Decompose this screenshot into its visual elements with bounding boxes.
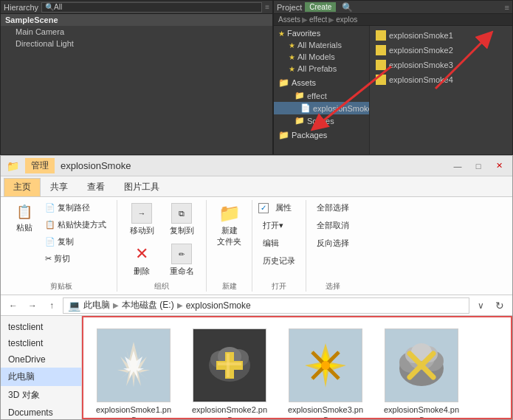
minimize-button[interactable]: — (450, 160, 465, 172)
explosion-svg-4 (392, 336, 451, 395)
paste-shortcut-label: 粘贴快捷方式 (58, 219, 106, 230)
breadcrumb: Assets ▶ effect ▶ explos (274, 14, 512, 26)
select-all-button[interactable]: 全部选择 (312, 200, 354, 216)
properties-check[interactable]: ✓ (258, 203, 269, 213)
path-pc: 此电脑 (83, 299, 110, 311)
forward-button[interactable]: → (24, 297, 41, 314)
paste-shortcut-button[interactable]: 📋 粘贴快捷方式 (41, 217, 111, 233)
organize-group: → 移动到 ⧉ 复制到 ✕ 删除 (117, 200, 207, 292)
open-button[interactable]: 打开▾ (258, 218, 300, 233)
clipboard-group: 📋 粘贴 📄 复制路径 📋 粘贴快捷方式 📄 复制 (5, 200, 117, 292)
rename-button[interactable]: ✏ 重命名 (163, 241, 200, 280)
open-content: ✓ 属性 打开▾ 编辑 历史记录 (258, 200, 300, 280)
path-disk: 本地磁盘 (E:) (122, 299, 174, 311)
effect-folder[interactable]: 📁 effect (274, 89, 369, 102)
refresh-button[interactable]: ↻ (492, 297, 508, 314)
explosion-smoke-folder[interactable]: 📄 explosionSmoke (274, 102, 369, 114)
new-folder-button[interactable]: 📁 新建 文件夹 (213, 200, 246, 250)
file-item-4[interactable]: explosionSmoke4.png (377, 323, 466, 419)
search-input[interactable] (54, 3, 258, 11)
path-arrow-1: ▶ (113, 301, 119, 309)
dropdown-button[interactable]: ∨ (472, 297, 489, 314)
sidebar-this-pc[interactable]: 此电脑 (1, 368, 81, 386)
open-items: ✓ 属性 打开▾ 编辑 历史记录 (258, 200, 300, 269)
maximize-button[interactable]: □ (471, 160, 486, 172)
history-button[interactable]: 历史记录 (258, 253, 300, 269)
tree-item-camera[interactable]: Main Camera (1, 26, 272, 38)
tab-picture-tools[interactable]: 图片工具 (114, 178, 169, 196)
unity-hierarchy-panel: Hierarchy 🔍 ≡ SampleScene Main Camera Di… (0, 0, 273, 155)
search-icon[interactable]: 🔍 (342, 2, 353, 13)
packages-folder[interactable]: 📁 Packages (274, 128, 369, 142)
file-name-2: explosionSmoke2.png (190, 405, 269, 419)
asset-3[interactable]: explosionSmoke3 (373, 58, 509, 72)
copy-path-button[interactable]: 📄 复制路径 (41, 200, 111, 216)
sidebar-testclient-1[interactable]: testclient (1, 319, 81, 335)
tab-home[interactable]: 主页 (4, 178, 41, 196)
hierarchy-search[interactable]: 🔍 (41, 2, 262, 13)
project-assets: explosionSmoke1 explosionSmoke2 explosio… (370, 26, 512, 154)
delete-button[interactable]: ✕ 删除 (123, 241, 160, 280)
path-arrow-2: ▶ (177, 301, 183, 309)
invert-selection-button[interactable]: 反向选择 (312, 235, 354, 251)
copy-path-icon: 📄 (45, 203, 55, 213)
tab-share[interactable]: 共享 (41, 178, 78, 196)
cut-button[interactable]: ✂ 剪切 (41, 251, 111, 266)
tab-view[interactable]: 查看 (78, 178, 114, 196)
explosion-svg-3 (296, 336, 355, 395)
file-name-3: explosionSmoke3.png (286, 405, 365, 419)
edit-button[interactable]: 编辑 (258, 235, 300, 251)
file-item-3[interactable]: explosionSmoke3.png (281, 323, 370, 419)
breadcrumb-assets[interactable]: Assets (278, 16, 300, 24)
address-path[interactable]: 💻 此电脑 ▶ 本地磁盘 (E:) ▶ explosionSmoke (63, 297, 469, 314)
explorer-titlebar: 📁 管理 explosionSmoke — □ ✕ (1, 156, 512, 176)
copy-to-icon: ⧉ (171, 203, 192, 224)
favorites-folder[interactable]: ★ Favorites (274, 27, 369, 39)
hierarchy-menu-icon[interactable]: ≡ (265, 3, 269, 11)
select-none-label: 全部取消 (317, 220, 349, 231)
panel-menu-icon[interactable]: ≡ (505, 3, 509, 12)
up-button[interactable]: ↑ (44, 297, 60, 314)
scenes-folder[interactable]: 📁 Scenes (274, 114, 369, 127)
copy-button[interactable]: 📄 复制 (41, 234, 111, 249)
create-button[interactable]: Create (305, 2, 336, 12)
new-content: 📁 新建 文件夹 (213, 200, 246, 280)
sidebar-testclient-2[interactable]: testclient (1, 335, 81, 351)
fav-models[interactable]: ★ All Models (274, 51, 369, 63)
sidebar-documents[interactable]: Documents (1, 404, 81, 419)
delete-label: 删除 (134, 266, 150, 277)
sidebar-onedrive[interactable]: OneDrive (1, 351, 81, 368)
paste-button[interactable]: 📋 粘贴 (11, 200, 38, 236)
asset-2[interactable]: explosionSmoke2 (373, 44, 509, 57)
asset-1[interactable]: explosionSmoke1 (373, 29, 509, 42)
ribbon-tabs: 主页 共享 查看 图片工具 (1, 176, 512, 197)
project-tree: ★ Favorites ★ All Materials ★ All Models… (274, 26, 370, 154)
fav-star-3: ★ (289, 65, 295, 73)
asset-thumb-3 (376, 60, 386, 70)
move-to-button[interactable]: → 移动到 (123, 200, 160, 239)
copy-to-button[interactable]: ⧉ 复制到 (163, 200, 200, 239)
fav-prefabs[interactable]: ★ All Prefabs (274, 63, 369, 75)
rename-icon: ✏ (171, 244, 192, 264)
breadcrumb-explos[interactable]: explos (336, 16, 357, 24)
asset-4[interactable]: explosionSmoke4 (373, 73, 509, 86)
file-item-1[interactable]: explosionSmoke1.png (89, 323, 178, 419)
file-item-2[interactable]: explosionSmoke2.png (185, 323, 274, 419)
fav-materials[interactable]: ★ All Materials (274, 39, 369, 51)
close-button[interactable]: ✕ (492, 160, 506, 172)
sidebar-3d-objects[interactable]: 3D 对象 (1, 386, 81, 404)
explorer-folder-name: explosionSmoke (61, 160, 131, 171)
assets-folder[interactable]: 📁 Assets (274, 76, 369, 89)
packages-label: Packages (292, 131, 327, 140)
properties-button[interactable]: 属性 (271, 200, 300, 216)
tree-item-light[interactable]: Directional Light (1, 38, 272, 49)
organize-content: → 移动到 ⧉ 复制到 ✕ 删除 (123, 200, 200, 280)
fav-materials-label: All Materials (297, 41, 342, 49)
back-button[interactable]: ← (5, 297, 21, 314)
explorer-main: testclient testclient OneDrive 此电脑 3D 对象… (1, 316, 512, 419)
project-title: Project (277, 3, 302, 12)
breadcrumb-effect[interactable]: effect (309, 16, 327, 24)
file-area: explosionSmoke1.png (82, 316, 512, 419)
svg-point-19 (321, 361, 330, 370)
select-none-button[interactable]: 全部取消 (312, 218, 354, 233)
